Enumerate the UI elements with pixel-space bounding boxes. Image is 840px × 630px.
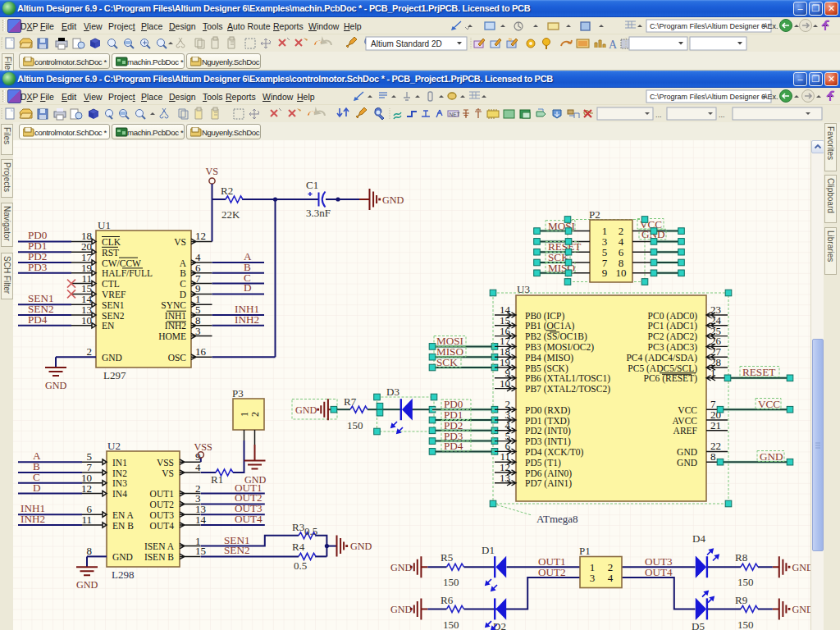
svg-text:GND: GND [677,447,697,457]
svg-text:INH2: INH2 [165,321,186,331]
svg-text:150: 150 [737,576,754,588]
svg-text:D: D [180,290,186,299]
svg-text:13: 13 [500,472,510,484]
svg-text:8: 8 [710,450,716,463]
svg-text:PD2 (INT0): PD2 (INT0) [525,426,571,436]
svg-text:CW/CCW: CW/CCW [102,258,141,268]
svg-text:150: 150 [737,619,754,630]
svg-text:1: 1 [239,412,250,417]
svg-text:3: 3 [590,572,596,584]
svg-text:U1: U1 [98,219,111,231]
svg-text:GND: GND [102,353,122,363]
svg-text:VS: VS [162,468,174,478]
svg-text:3: 3 [195,325,201,337]
svg-text:SYNC: SYNC [161,300,186,310]
svg-text:PD1 (TXD): PD1 (TXD) [525,416,570,427]
svg-text:2: 2 [249,412,261,417]
svg-text:R6: R6 [441,594,454,606]
svg-text:INH2: INH2 [21,513,45,525]
svg-text:C:\Program Files\Altium Design: C:\Program Files\Altium Designer 6\Ex. [650,22,778,30]
svg-text:VS: VS [206,166,219,177]
svg-text:D2: D2 [493,620,506,630]
svg-text:L297: L297 [103,369,126,381]
svg-text:150: 150 [443,576,459,588]
svg-text:GND: GND [295,404,317,416]
svg-text:VSS: VSS [157,458,174,468]
svg-text:RESET: RESET [742,366,775,378]
svg-text:PD4: PD4 [444,440,463,452]
svg-text:GND: GND [760,450,783,463]
svg-text:IN4: IN4 [112,489,127,499]
svg-text:PB5 (SCK): PB5 (SCK) [525,363,568,374]
svg-text:RST: RST [102,248,119,258]
svg-text:PB4 (MISO): PB4 (MISO) [525,353,573,363]
svg-text:R8: R8 [735,551,747,564]
svg-text:PD7 (AIN1): PD7 (AIN1) [525,478,572,489]
svg-text:GND: GND [390,562,413,573]
svg-text:ISEN A: ISEN A [144,541,175,551]
svg-text:CLK: CLK [102,237,121,247]
svg-text:3.3nF: 3.3nF [306,207,331,219]
svg-text:14: 14 [195,514,207,526]
svg-text:PC2 (ADC2): PC2 (ADC2) [648,331,698,342]
svg-text:0.5: 0.5 [304,525,317,537]
svg-text:VSS: VSS [194,441,213,453]
svg-text:INH1: INH1 [165,311,186,321]
svg-text:HOME: HOME [158,331,186,341]
svg-text:PB0 (ICP): PB0 (ICP) [525,311,564,322]
svg-text:GND: GND [792,562,811,573]
svg-text:R2: R2 [221,185,233,197]
svg-text:9: 9 [602,267,608,279]
svg-text:PD0 (RXD): PD0 (RXD) [525,405,570,416]
svg-text:SEN1: SEN1 [102,300,125,310]
svg-text:4: 4 [195,461,201,473]
svg-text:PC1 (ADC1): PC1 (ADC1) [648,321,698,331]
svg-text:SCK: SCK [436,356,458,368]
svg-text:PB6 (XTAL1/TOSC1): PB6 (XTAL1/TOSC1) [525,373,610,384]
svg-text:GND: GND [45,380,67,391]
svg-text:A: A [180,258,187,268]
svg-text:OUT2: OUT2 [538,566,566,578]
svg-text:U3: U3 [517,283,530,295]
svg-text:PD3 (INT1): PD3 (INT1) [525,436,571,447]
svg-text:10: 10 [616,267,627,279]
svg-text:P3: P3 [232,387,244,399]
svg-text:11: 11 [81,514,92,526]
svg-text:P1: P1 [579,545,591,557]
svg-text:...: ... [655,111,662,119]
svg-text:10: 10 [81,314,92,326]
svg-text:D: D [244,281,252,294]
svg-text:2: 2 [87,345,93,358]
svg-text:D3: D3 [386,386,399,398]
svg-text:...: ... [719,111,725,119]
svg-text:16: 16 [195,345,207,358]
svg-text:PB7 (XTAL2/TOSC2): PB7 (XTAL2/TOSC2) [525,384,610,395]
svg-text:VCC: VCC [678,405,697,415]
svg-text:C: C [180,279,186,289]
svg-text:OUT1: OUT1 [150,489,175,499]
svg-text:OUT4: OUT4 [150,521,175,531]
svg-text:12: 12 [195,230,206,242]
svg-text:IN3: IN3 [112,478,127,488]
svg-text:R9: R9 [735,594,747,606]
svg-text:U2: U2 [107,440,121,452]
svg-text:R5: R5 [441,551,453,564]
svg-text:HALF/FULL: HALF/FULL [102,268,153,278]
svg-text:4: 4 [608,572,614,584]
svg-text:PD4 (XCK/T0): PD4 (XCK/T0) [525,447,583,458]
svg-text:PC4 (ADC4/SDA): PC4 (ADC4/SDA) [626,353,697,363]
svg-text:PB2 (SS/OC1B): PB2 (SS/OC1B) [525,331,587,342]
svg-text:GND: GND [112,552,133,562]
svg-text:PC6 (RESET): PC6 (RESET) [644,373,698,384]
svg-text:OSC: OSC [168,353,187,363]
svg-text:PC3 (ADC3): PC3 (ADC3) [648,342,698,353]
svg-text:15: 15 [195,545,206,557]
svg-text:21: 21 [710,419,721,431]
svg-text:PD4: PD4 [28,313,48,326]
svg-text:10: 10 [500,377,510,390]
svg-text:P2: P2 [589,208,600,221]
svg-text:PC5 (ADC5/SCL): PC5 (ADC5/SCL) [628,363,697,374]
svg-text:R1: R1 [211,473,223,486]
svg-text:GND: GND [76,579,98,591]
svg-text:AVCC: AVCC [673,416,698,426]
